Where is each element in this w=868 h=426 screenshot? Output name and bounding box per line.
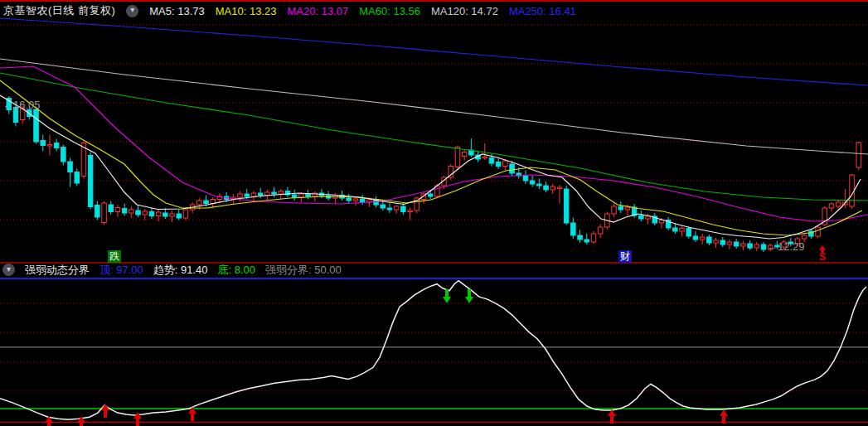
chevron-down-icon[interactable]: ▾ [126,5,138,17]
indicator-trend-value: 趋势: 91.40 [153,263,208,278]
stock-title: 京基智农(日线 前复权) [3,3,115,18]
indicator-top-value: 顶: 97.00 [99,263,143,278]
high-price-label: ←16.05 [2,99,41,111]
ma5-label: MA5: 13.73 [149,5,205,17]
chevron-down-icon[interactable]: ▾ [2,264,15,276]
chart-canvas[interactable]: S [0,0,868,426]
ma20-label: MA20: 13.07 [288,5,349,17]
indicator-bottom-value: 底: 8.00 [218,263,256,278]
chevron-glyph: ▾ [7,265,11,274]
main-chart-header: 京基智农(日线 前复权) ▾ MA5: 13.73 MA10: 13.23 MA… [3,2,576,19]
ma120-label: MA120: 14.72 [431,5,498,17]
ma60-label: MA60: 13.56 [359,5,420,17]
down-tag: 跌 [108,250,121,263]
indicator-divider-value: 强弱分界: 50.00 [265,263,342,278]
indicator-name: 强弱动态分界 [25,263,90,278]
indicator-header: ▾ 强弱动态分界 顶: 97.00 趋势: 91.40 底: 8.00 强弱分界… [2,264,342,276]
app-window: S 京基智农(日线 前复权) ▾ MA5: 13.73 MA10: 13.23 … [0,0,868,426]
ma250-label: MA250: 16.41 [509,5,576,17]
wealth-tag: 财 [618,250,632,263]
low-price-label: ←12.29 [767,240,805,253]
svg-text:S: S [819,251,826,263]
ma10-label: MA10: 13.23 [216,5,277,17]
chevron-glyph: ▾ [130,6,134,14]
